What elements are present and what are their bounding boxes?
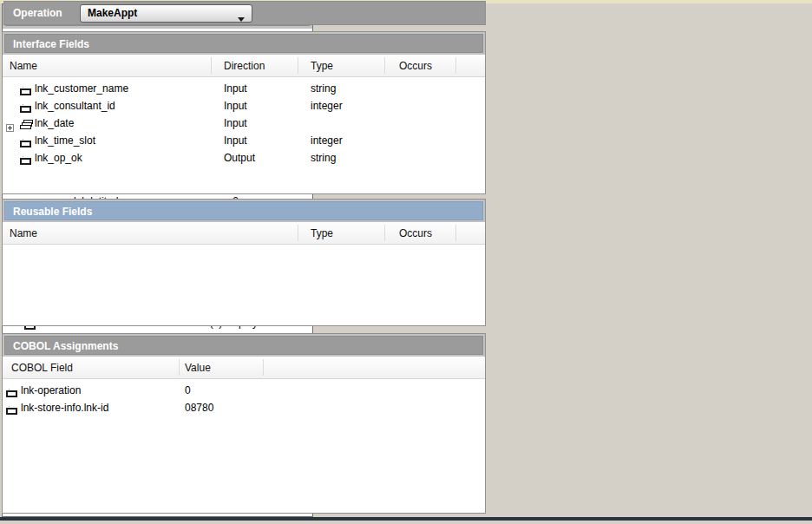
interface-field-row[interactable]: lnk_op_okOutputstring xyxy=(3,149,485,167)
column-header-direction[interactable]: Direction xyxy=(224,60,265,72)
column-divider xyxy=(298,225,298,241)
interface-fields-title: Interface Fields xyxy=(13,38,89,50)
column-divider xyxy=(211,57,212,74)
column-header-cobol-field[interactable]: COBOL Field xyxy=(11,362,73,374)
assignment-row[interactable]: lnk-operation0 xyxy=(3,382,485,399)
column-divider xyxy=(384,57,385,74)
field-direction: Input xyxy=(224,132,247,149)
cobol-field-name: lnk-operation xyxy=(21,382,81,399)
field-type: integer xyxy=(311,132,343,149)
field-name: lnk_date xyxy=(35,115,74,132)
interface-fields-section: Interface Fields Name Direction Type Occ… xyxy=(2,31,486,194)
operation-mapping-panel: Operation MakeAppt Interface Fields Name… xyxy=(0,0,488,514)
column-header-occurs[interactable]: Occurs xyxy=(399,227,432,239)
interface-field-row[interactable]: lnk_time_slotInputinteger xyxy=(3,132,485,149)
column-divider xyxy=(384,225,385,241)
operation-label: Operation xyxy=(13,2,62,24)
column-header-type[interactable]: Type xyxy=(311,60,333,72)
column-header-value[interactable]: Value xyxy=(185,362,211,374)
column-header-name[interactable]: Name xyxy=(10,60,37,72)
field-name: lnk_consultant_id xyxy=(35,97,115,115)
column-header-type[interactable]: Type xyxy=(311,227,333,239)
reusable-fields-chrome: Reusable Fields xyxy=(3,200,485,222)
column-header-occurs[interactable]: Occurs xyxy=(399,60,432,72)
column-divider xyxy=(298,57,298,74)
operation-dropdown[interactable]: MakeAppt xyxy=(80,4,252,23)
reusable-columns-header: Name Type Occurs xyxy=(3,222,485,245)
field-name: lnk_customer_name xyxy=(35,80,128,97)
field-direction: Output xyxy=(224,149,255,167)
interface-columns-header: Name Direction Type Occurs xyxy=(3,55,485,77)
assignments-list: lnk-operation0lnk-store-info.lnk-id08780 xyxy=(3,379,485,416)
cobol-assignments-title-bar: COBOL Assignments xyxy=(4,336,483,355)
cobol-assignments-title: COBOL Assignments xyxy=(13,340,118,352)
operation-dropdown-value: MakeAppt xyxy=(88,7,137,19)
field-name: lnk_time_slot xyxy=(35,132,95,149)
field-icon xyxy=(6,403,18,421)
reusable-fields-title: Reusable Fields xyxy=(13,206,92,218)
operation-bar: Operation MakeAppt xyxy=(3,1,486,25)
interface-field-row[interactable]: lnk_consultant_idInputinteger xyxy=(3,97,485,115)
reusable-fields-list xyxy=(3,245,485,247)
reusable-fields-title-bar: Reusable Fields xyxy=(4,201,483,220)
column-header-name[interactable]: Name xyxy=(10,227,37,239)
interface-field-row[interactable]: lnk_dateInput xyxy=(3,115,485,132)
field-direction: Input xyxy=(224,115,247,132)
interface-fields-list: lnk_customer_nameInputstringlnk_consulta… xyxy=(3,77,485,167)
interface-fields-title-bar: Interface Fields xyxy=(4,34,483,53)
column-divider xyxy=(179,359,180,376)
cobol-assignments-chrome: COBOL Assignments xyxy=(3,334,485,357)
interface-fields-chrome: Interface Fields xyxy=(3,32,485,55)
column-divider xyxy=(455,225,456,241)
cobol-assignments-section: COBOL Assignments COBOL Field Value lnk-… xyxy=(2,333,486,514)
assignment-row[interactable]: lnk-store-info.lnk-id08780 xyxy=(3,399,485,416)
reusable-fields-section: Reusable Fields Name Type Occurs xyxy=(2,199,486,326)
field-icon xyxy=(20,154,32,171)
assignments-columns-header: COBOL Field Value xyxy=(3,357,485,379)
interface-field-row[interactable]: lnk_customer_nameInputstring xyxy=(3,80,485,97)
window-bottom-edge xyxy=(0,517,812,521)
field-name: lnk_op_ok xyxy=(35,149,82,167)
cobol-field-name: lnk-store-info.lnk-id xyxy=(21,399,108,416)
field-type: integer xyxy=(311,97,343,115)
column-divider xyxy=(455,57,456,74)
field-direction: Input xyxy=(224,97,247,115)
column-divider xyxy=(263,359,264,376)
field-direction: Input xyxy=(224,80,247,97)
assignment-value: 08780 xyxy=(185,399,213,416)
assignment-value: 0 xyxy=(185,382,191,399)
dropdown-arrow-icon xyxy=(238,11,246,27)
field-type: string xyxy=(311,149,336,167)
field-type: string xyxy=(311,80,336,97)
